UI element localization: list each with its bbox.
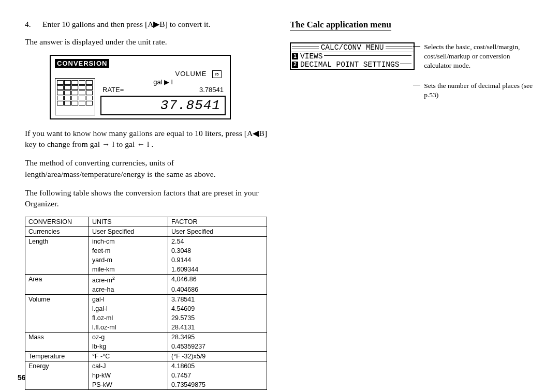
lcd-rate-value: 3.78541	[199, 86, 224, 94]
calc-menu-box: CALC/CONV MENU 1 VIEWS 2 DECIMAL POINT S…	[290, 42, 415, 70]
table-row: fl.oz-ml29.5735	[25, 313, 267, 323]
step-4: 4. Enter 10 gallons and then press [A▶B]…	[25, 20, 268, 29]
lcd-screenshot: CONVERSION VOLUME I5 gal ▶ l RATE= 3	[50, 55, 231, 119]
menu-callouts: Selects the basic, cost/sell/margin, cos…	[421, 42, 533, 110]
callout-decimal: Sets the number of decimal places (see p…	[421, 81, 533, 100]
table-row: lb-kg0.45359237	[25, 342, 267, 352]
answer-line: The answer is displayed under the unit r…	[25, 36, 268, 48]
table-row: Volumegal-l3.78541	[25, 295, 267, 305]
menu-title-row: CALC/CONV MENU	[291, 43, 414, 52]
table-row: l.fl.oz-ml28.4131	[25, 323, 267, 333]
table-row: hp-kW0.7457	[25, 371, 267, 380]
table-row: CurrenciesUser SpecifiedUser Specified	[25, 227, 267, 236]
lcd-result: 37.8541	[100, 96, 226, 115]
section-heading: The Calc application menu	[290, 20, 391, 31]
lcd-unit-pair: gal ▶ l	[153, 78, 172, 86]
paragraph-method: The method of converting currencies, uni…	[25, 157, 268, 179]
conversion-factors-table: CONVERSIONUNITSFACTORCurrenciesUser Spec…	[25, 217, 267, 390]
lcd-title: CONVERSION	[55, 59, 109, 68]
lcd-mode-icon: I5	[212, 70, 222, 78]
menu-item-views: 1 VIEWS	[291, 52, 414, 61]
table-row: acre-ha0.404686	[25, 285, 267, 295]
callout-views: Selects the basic, cost/sell/margin, cos…	[421, 42, 533, 71]
step-number: 4.	[25, 20, 42, 29]
table-row: yard-m0.9144	[25, 255, 267, 265]
table-row: Areaacre-m24,046.86	[25, 274, 267, 285]
step-text: Enter 10 gallons and then press [A▶B] to…	[42, 20, 268, 29]
menu-diagram: CALC/CONV MENU 1 VIEWS 2 DECIMAL POINT S…	[290, 42, 533, 110]
table-row: Lengthinch-cm2.54	[25, 236, 267, 246]
right-column: The Calc application menu CALC/CONV MENU…	[290, 20, 533, 390]
table-row: mile-km1.609344	[25, 265, 267, 275]
left-column: 4. Enter 10 gallons and then press [A▶B]…	[25, 20, 268, 390]
table-row: Energycal-J4.18605	[25, 361, 267, 371]
calculator-keypad-icon	[55, 78, 95, 115]
table-row: l.gal-l4.54609	[25, 304, 267, 313]
paragraph-reverse: If you want to know how many gallons are…	[25, 128, 268, 150]
menu-item-decimal: 2 DECIMAL POINT SETTINGS	[291, 61, 414, 69]
table-row: feet-m0.3048	[25, 246, 267, 255]
lcd-volume-label: VOLUME	[175, 70, 207, 78]
page-number: 56	[18, 373, 26, 382]
table-row: PS-kW0.73549875	[25, 380, 267, 390]
lcd-rate-label: RATE=	[102, 86, 124, 94]
table-row: Temperature°F -°C(°F -32)x5/9	[25, 352, 267, 361]
paragraph-table-intro: The following table shows the conversion…	[25, 187, 268, 209]
table-row: Massoz-g28.3495	[25, 333, 267, 342]
